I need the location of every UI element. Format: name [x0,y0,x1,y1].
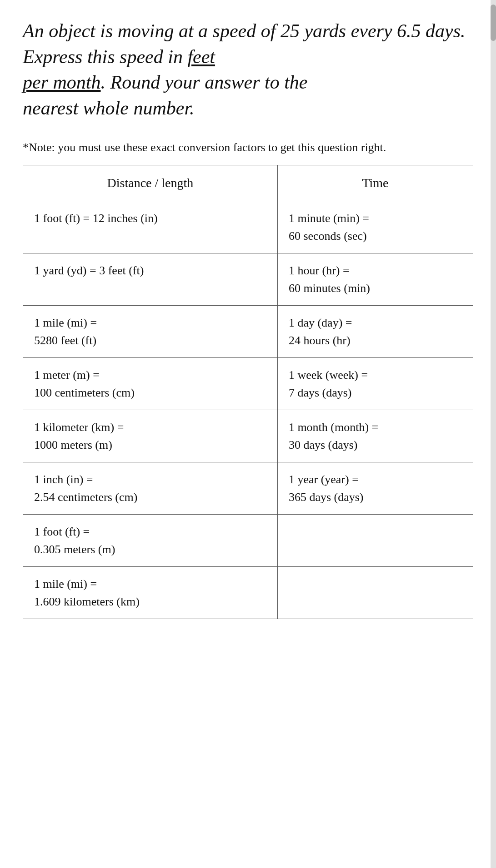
time-cell: 1 week (week) =7 days (days) [277,358,473,410]
time-cell: 1 year (year) =365 days (days) [277,462,473,515]
unit-feet: feetper month [23,46,215,93]
distance-cell: 1 meter (m) =100 centimeters (cm) [23,358,278,410]
scroll-thumb[interactable] [491,5,496,41]
table-row: 1 foot (ft) =0.305 meters (m) [23,515,473,567]
question-intro: An object is moving at a speed of 25 yar… [23,20,466,119]
scrollbar[interactable] [491,0,496,868]
distance-cell: 1 yard (yd) = 3 feet (ft) [23,253,278,306]
distance-cell: 1 foot (ft) =0.305 meters (m) [23,515,278,567]
time-cell: 1 hour (hr) =60 minutes (min) [277,253,473,306]
distance-cell: 1 mile (mi) =5280 feet (ft) [23,306,278,358]
table-row: 1 kilometer (km) =1000 meters (m) 1 mont… [23,410,473,462]
time-cell: 1 minute (min) =60 seconds (sec) [277,201,473,253]
distance-cell: 1 inch (in) =2.54 centimeters (cm) [23,462,278,515]
table-row: 1 yard (yd) = 3 feet (ft) 1 hour (hr) =6… [23,253,473,306]
table-row: 1 foot (ft) = 12 inches (in) 1 minute (m… [23,201,473,253]
col-header-distance: Distance / length [23,165,278,201]
table-row: 1 inch (in) =2.54 centimeters (cm) 1 yea… [23,462,473,515]
table-row: 1 mile (mi) =1.609 kilometers (km) [23,567,473,619]
distance-cell: 1 foot (ft) = 12 inches (in) [23,201,278,253]
distance-cell: 1 kilometer (km) =1000 meters (m) [23,410,278,462]
speed-value: 25 yards [281,20,346,41]
time-cell-empty [277,515,473,567]
question-text: An object is moving at a speed of 25 yar… [23,18,473,121]
distance-cell: 1 mile (mi) =1.609 kilometers (km) [23,567,278,619]
time-cell-empty [277,567,473,619]
note-text: *Note: you must use these exact conversi… [23,139,473,156]
table-row: 1 mile (mi) =5280 feet (ft) 1 day (day) … [23,306,473,358]
table-row: 1 meter (m) =100 centimeters (cm) 1 week… [23,358,473,410]
time-cell: 1 month (month) =30 days (days) [277,410,473,462]
col-header-time: Time [277,165,473,201]
conversion-table: Distance / length Time 1 foot (ft) = 12 … [23,165,473,619]
time-cell: 1 day (day) =24 hours (hr) [277,306,473,358]
time-value: 6.5 days [397,20,461,41]
